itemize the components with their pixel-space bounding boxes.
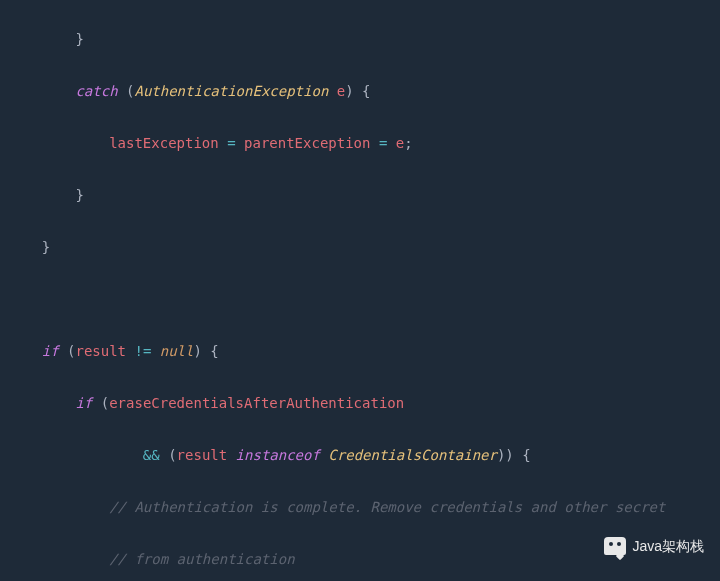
var: eraseCredentialsAfterAuthentication (109, 395, 404, 411)
op-and: && (143, 447, 160, 463)
comment: // Authentication is complete. Remove cr… (109, 499, 665, 515)
kw-if: if (75, 395, 92, 411)
var: e (396, 135, 404, 151)
code-line: // Authentication is complete. Remove cr… (8, 494, 720, 520)
var: e (337, 83, 345, 99)
var: result (75, 343, 126, 359)
watermark: Java架构栈 (604, 533, 704, 559)
code-line: } (8, 182, 720, 208)
var: parentException (244, 135, 370, 151)
kw-instanceof: instanceof (236, 447, 320, 463)
var: lastException (109, 135, 219, 151)
code-block: } catch (AuthenticationException e) { la… (0, 0, 720, 581)
kw-if: if (42, 343, 59, 359)
type: CredentialsContainer (328, 447, 497, 463)
wechat-icon (604, 537, 626, 555)
kw-catch: catch (75, 83, 117, 99)
type: AuthenticationException (134, 83, 328, 99)
code-line: } (8, 234, 720, 260)
code-line: && (result instanceof CredentialsContain… (8, 442, 720, 468)
code-line: lastException = parentException = e; (8, 130, 720, 156)
code-line: catch (AuthenticationException e) { (8, 78, 720, 104)
brace: } (42, 239, 50, 255)
code-line: if (eraseCredentialsAfterAuthentication (8, 390, 720, 416)
code-line: if (result != null) { (8, 338, 720, 364)
brace: } (75, 187, 83, 203)
null: null (160, 343, 194, 359)
code-line: } (8, 26, 720, 52)
watermark-text: Java架构栈 (632, 533, 704, 559)
brace: } (75, 31, 83, 47)
var: result (177, 447, 228, 463)
code-line (8, 286, 720, 312)
comment: // from authentication (109, 551, 294, 567)
